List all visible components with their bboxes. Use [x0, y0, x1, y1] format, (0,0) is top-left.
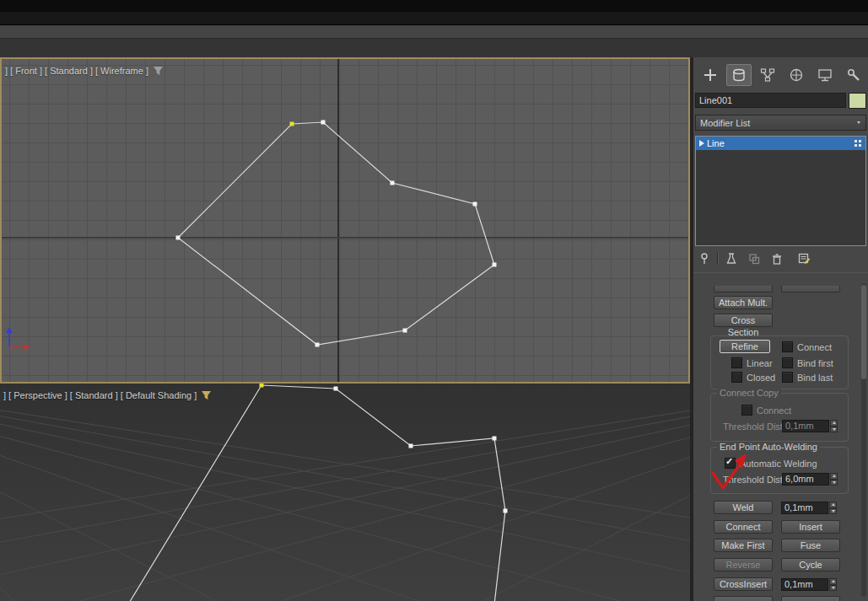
- perspective-canvas: [0, 384, 690, 601]
- command-panel: Modifier List Line: [693, 57, 868, 601]
- spinner-up-icon[interactable]: [829, 502, 837, 508]
- panel-scrollbar[interactable]: [861, 283, 866, 597]
- connect-checkbox-row[interactable]: Connect: [782, 341, 832, 352]
- hierarchy-tab[interactable]: [755, 64, 780, 86]
- panel-separator: [693, 272, 868, 273]
- linear-checkbox[interactable]: [731, 357, 742, 368]
- autoweld-threshold-spinner[interactable]: 6,0mm: [782, 473, 838, 486]
- weld-threshold-value[interactable]: 0,1mm: [781, 502, 828, 514]
- spinner-up-icon[interactable]: [829, 578, 837, 585]
- spinner-down-icon[interactable]: [830, 480, 838, 486]
- display-tab[interactable]: [812, 64, 838, 86]
- fuse-button[interactable]: Fuse: [781, 539, 840, 552]
- pin-stack-icon[interactable]: [698, 252, 711, 266]
- cross-insert-spinner[interactable]: 0,1mm: [781, 578, 837, 591]
- closed-checkbox-row[interactable]: Closed: [731, 372, 775, 383]
- clipped-row-bottom: [693, 596, 862, 601]
- motion-wheel-icon: [788, 67, 805, 83]
- attach-mult-button[interactable]: Attach Mult.: [714, 296, 773, 309]
- autoweld-threshold-value[interactable]: 6,0mm: [782, 473, 829, 486]
- connect-copy-threshold-label: Threshold Dist: [723, 421, 783, 432]
- connect-copy-checkbox-row[interactable]: Connect: [741, 405, 791, 416]
- linear-label: Linear: [747, 358, 773, 368]
- clipped-button[interactable]: [714, 286, 773, 292]
- auto-welding-group: End Point Auto-Welding Automatic Welding…: [710, 447, 849, 494]
- cross-insert-value[interactable]: 0,1mm: [781, 578, 828, 591]
- clipped-button[interactable]: [781, 286, 840, 292]
- viewport-filter-icon[interactable]: [201, 390, 212, 400]
- connect-checkbox-label: Connect: [797, 342, 832, 352]
- spinner-down-icon[interactable]: [829, 585, 837, 592]
- front-viewport-label[interactable]: ] [ Front ] [ Standard ] [ Wireframe ]: [5, 66, 164, 76]
- display-monitor-icon: [817, 67, 833, 83]
- spinner-up-icon[interactable]: [830, 420, 838, 427]
- cross-section-button[interactable]: Cross Section: [714, 314, 773, 327]
- spinner-up-icon[interactable]: [830, 473, 838, 480]
- utilities-tab[interactable]: [841, 64, 866, 86]
- perspective-viewport-label[interactable]: ] [ Perspective ] [ Standard ] [ Default…: [3, 390, 212, 400]
- panel-scrollbar-thumb[interactable]: [861, 285, 866, 379]
- cross-insert-button[interactable]: CrossInsert: [714, 577, 773, 591]
- weld-button[interactable]: Weld: [714, 501, 773, 514]
- weld-threshold-spinner[interactable]: 0,1mm: [781, 502, 837, 514]
- bind-last-checkbox-row[interactable]: Bind last: [782, 372, 833, 383]
- object-name-row: [695, 92, 866, 109]
- cycle-button[interactable]: Cycle: [781, 558, 840, 571]
- hierarchy-icon: [759, 67, 776, 83]
- modifier-stack[interactable]: Line: [695, 136, 866, 246]
- bind-last-checkbox[interactable]: [782, 372, 793, 383]
- connect-copy-threshold-value[interactable]: 0,1mm: [782, 420, 829, 432]
- clipped-button[interactable]: [781, 596, 840, 601]
- clipped-row-top: [693, 286, 862, 293]
- chevron-down-icon: [852, 121, 865, 124]
- connect-button[interactable]: Connect: [714, 520, 773, 534]
- modifier-list-dropdown[interactable]: Modifier List: [695, 115, 866, 131]
- expand-arrow-icon[interactable]: [696, 140, 707, 147]
- main-toolbar[interactable]: [0, 25, 868, 39]
- perspective-viewport-label-text[interactable]: ] [ Perspective ] [ Standard ] [ Default…: [3, 390, 197, 400]
- window-titlebar: [0, 0, 868, 12]
- connect-copy-label: Connect: [757, 405, 791, 416]
- refine-button[interactable]: Refine: [720, 340, 770, 353]
- motion-tab[interactable]: [784, 64, 809, 86]
- automatic-welding-checkbox-row[interactable]: Automatic Welding: [725, 458, 817, 469]
- modify-icon: [731, 67, 747, 83]
- closed-label: Closed: [747, 373, 775, 383]
- front-viewport-label-text[interactable]: ] [ Front ] [ Standard ] [ Wireframe ]: [5, 66, 148, 76]
- modify-tab[interactable]: [726, 64, 752, 86]
- object-name-input[interactable]: [695, 93, 846, 108]
- menu-bar[interactable]: [0, 12, 868, 25]
- object-color-swatch[interactable]: [849, 93, 866, 109]
- connect-copy-checkbox[interactable]: [741, 405, 752, 416]
- create-plus-icon: [702, 67, 719, 83]
- connect-checkbox[interactable]: [782, 341, 793, 352]
- show-end-result-icon[interactable]: [725, 252, 738, 266]
- utilities-wrench-icon: [845, 67, 862, 83]
- make-first-button[interactable]: Make First: [714, 539, 773, 552]
- linear-checkbox-row[interactable]: Linear: [731, 357, 773, 368]
- clipped-button[interactable]: [714, 596, 773, 601]
- autoweld-threshold-label: Threshold Dist: [723, 475, 783, 485]
- viewport-filter-icon[interactable]: [153, 66, 164, 76]
- front-viewport[interactable]: ] [ Front ] [ Standard ] [ Wireframe ]: [0, 57, 690, 384]
- perspective-viewport[interactable]: ] [ Perspective ] [ Standard ] [ Default…: [0, 384, 690, 601]
- spinner-down-icon[interactable]: [829, 508, 837, 515]
- spinner-down-icon[interactable]: [830, 427, 838, 433]
- make-unique-icon[interactable]: [747, 252, 761, 266]
- create-tab[interactable]: [698, 64, 723, 86]
- reverse-button[interactable]: Reverse: [714, 558, 773, 571]
- closed-checkbox[interactable]: [731, 372, 742, 383]
- bind-last-label: Bind last: [797, 373, 833, 383]
- automatic-welding-checkbox[interactable]: [725, 458, 736, 469]
- connect-copy-threshold-spinner[interactable]: 0,1mm: [782, 420, 838, 432]
- connect-copy-group: Connect Copy Connect Threshold Dist 0,1m…: [710, 393, 849, 442]
- bind-first-checkbox[interactable]: [782, 357, 793, 368]
- bind-first-checkbox-row[interactable]: Bind first: [782, 357, 833, 368]
- stack-item-line[interactable]: Line: [696, 137, 865, 150]
- vertex-ticks-icon[interactable]: [855, 140, 862, 148]
- configure-modifier-sets-icon[interactable]: [797, 252, 811, 266]
- remove-modifier-trash-icon[interactable]: [770, 252, 784, 266]
- insert-button[interactable]: Insert: [781, 520, 840, 534]
- refine-group: Refine Connect Linear Bind first Closed …: [710, 335, 849, 389]
- stack-item-label: Line: [707, 138, 855, 148]
